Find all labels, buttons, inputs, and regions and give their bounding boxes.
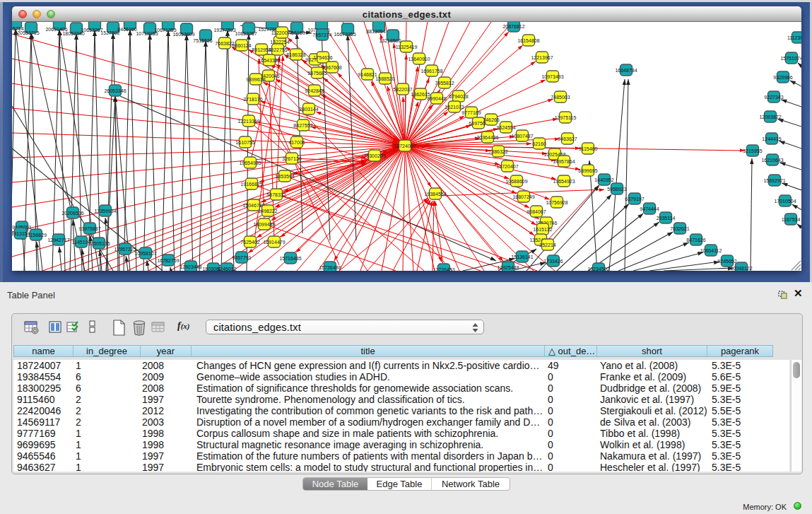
svg-text:12726453: 12726453 — [433, 267, 454, 271]
svg-text:12093872: 12093872 — [759, 115, 781, 119]
svg-text:12942717: 12942717 — [47, 238, 69, 243]
svg-text:15716485: 15716485 — [279, 256, 301, 261]
svg-text:7386322: 7386322 — [488, 149, 507, 154]
svg-text:12923448: 12923448 — [180, 264, 201, 269]
svg-text:9242848: 9242848 — [305, 88, 324, 93]
svg-text:1440952: 1440952 — [594, 177, 613, 182]
svg-text:9245012: 9245012 — [217, 267, 236, 271]
svg-text:19166825: 19166825 — [240, 182, 262, 187]
svg-text:16053809: 16053809 — [172, 32, 194, 37]
svg-text:15720407: 15720407 — [496, 164, 518, 169]
svg-text:2967608: 2967608 — [322, 65, 341, 70]
svg-text:10654112: 10654112 — [700, 248, 722, 253]
svg-text:9227343: 9227343 — [764, 95, 783, 100]
svg-text:7955812: 7955812 — [435, 81, 454, 86]
svg-text:10234502: 10234502 — [587, 267, 609, 271]
svg-text:1621072: 1621072 — [445, 105, 464, 110]
svg-text:10756928: 10756928 — [546, 200, 567, 205]
svg-text:13640910: 13640910 — [408, 57, 430, 62]
svg-text:7857274: 7857274 — [312, 33, 331, 37]
svg-text:1615132: 1615132 — [533, 227, 552, 232]
svg-text:19377593: 19377593 — [213, 28, 235, 33]
svg-text:15736486: 15736486 — [319, 265, 341, 270]
svg-text:20206536: 20206536 — [61, 211, 83, 216]
svg-text:17010504: 17010504 — [774, 199, 796, 204]
svg-text:93975887: 93975887 — [78, 226, 100, 231]
svg-text:26053346: 26053346 — [104, 88, 126, 93]
svg-text:9899618: 9899618 — [246, 77, 265, 82]
svg-text:8813054: 8813054 — [366, 29, 385, 34]
svg-text:5875685: 5875685 — [307, 71, 326, 76]
svg-text:16961758: 16961758 — [420, 69, 442, 74]
svg-text:10853267: 10853267 — [235, 31, 257, 36]
svg-text:1353594: 1353594 — [275, 174, 294, 179]
svg-text:9329966: 9329966 — [773, 75, 792, 80]
svg-text:5878332: 5878332 — [266, 192, 286, 197]
svg-text:12505135: 12505135 — [88, 241, 110, 246]
svg-text:15692971: 15692971 — [763, 178, 785, 183]
svg-text:15046788: 15046788 — [242, 203, 264, 208]
svg-text:252214: 252214 — [539, 243, 555, 247]
svg-text:9474444: 9474444 — [640, 206, 659, 211]
svg-text:11220074: 11220074 — [271, 30, 293, 35]
svg-text:20553715: 20553715 — [17, 30, 39, 35]
svg-text:746266: 746266 — [483, 117, 499, 122]
svg-text:19654935: 19654935 — [239, 160, 261, 165]
svg-text:9146821: 9146821 — [358, 72, 377, 77]
svg-text:12975115: 12975115 — [555, 115, 577, 120]
svg-text:16543382: 16543382 — [258, 58, 280, 63]
svg-text:8990448: 8990448 — [427, 96, 446, 101]
svg-text:8186328: 8186328 — [286, 52, 305, 57]
svg-text:2935114: 2935114 — [657, 216, 676, 221]
svg-text:3624554: 3624554 — [496, 125, 515, 130]
svg-text:3267130: 3267130 — [282, 156, 301, 161]
svg-text:8466160: 8466160 — [117, 27, 136, 32]
svg-text:15751074: 15751074 — [780, 56, 801, 61]
svg-text:3822755: 3822755 — [268, 47, 287, 52]
svg-text:11156829: 11156829 — [25, 233, 47, 238]
svg-text:11123954: 11123954 — [787, 35, 801, 40]
svg-text:9084067: 9084067 — [526, 209, 546, 214]
svg-text:9457791: 9457791 — [232, 255, 251, 260]
svg-text:13218506: 13218506 — [379, 38, 401, 43]
svg-text:5322037: 5322037 — [393, 87, 412, 92]
svg-text:10653267: 10653267 — [81, 28, 102, 33]
svg-text:11325419: 11325419 — [396, 45, 418, 49]
svg-text:2803144: 2803144 — [299, 107, 318, 112]
svg-text:15136141: 15136141 — [511, 255, 533, 259]
svg-text:20364436: 20364436 — [476, 135, 498, 140]
svg-text:6379197: 6379197 — [625, 197, 644, 201]
svg-text:12213967: 12213967 — [531, 55, 553, 60]
svg-text:2718176: 2718176 — [243, 97, 262, 102]
svg-text:9860124: 9860124 — [232, 43, 251, 48]
svg-text:10688609: 10688609 — [505, 179, 527, 184]
svg-text:10973493: 10973493 — [541, 74, 563, 79]
svg-text:19654923: 19654923 — [553, 179, 575, 184]
svg-text:16648784: 16648784 — [615, 68, 637, 73]
svg-text:7625402: 7625402 — [240, 240, 259, 245]
svg-text:16782759: 16782759 — [157, 258, 179, 263]
svg-text:1610755: 1610755 — [235, 140, 254, 145]
svg-text:20876812: 20876812 — [502, 24, 524, 29]
svg-text:9115460: 9115460 — [579, 146, 598, 151]
svg-text:10958107: 10958107 — [134, 251, 156, 256]
svg-text:12213369: 12213369 — [237, 119, 259, 124]
svg-text:14957864: 14957864 — [553, 159, 575, 164]
svg-text:8427552: 8427552 — [293, 123, 312, 128]
svg-text:417006: 417006 — [288, 140, 305, 145]
svg-text:16914479: 16914479 — [263, 240, 285, 245]
svg-text:18099489: 18099489 — [253, 222, 275, 227]
svg-text:62160: 62160 — [532, 141, 546, 146]
svg-text:18807249: 18807249 — [512, 194, 534, 199]
svg-text:1167534: 1167534 — [782, 217, 801, 222]
svg-text:17359934: 17359934 — [94, 209, 116, 214]
svg-text:9463627: 9463627 — [558, 136, 577, 141]
svg-text:6794028: 6794028 — [449, 94, 468, 99]
svg-text:1244415: 1244415 — [762, 136, 781, 141]
svg-text:17957225: 17957225 — [114, 247, 136, 252]
svg-text:9245652: 9245652 — [717, 259, 736, 264]
svg-text:10048122: 10048122 — [730, 266, 752, 271]
svg-text:18724007: 18724007 — [394, 144, 416, 148]
svg-text:25300205: 25300205 — [363, 153, 385, 158]
svg-text:7485003: 7485003 — [551, 95, 570, 100]
